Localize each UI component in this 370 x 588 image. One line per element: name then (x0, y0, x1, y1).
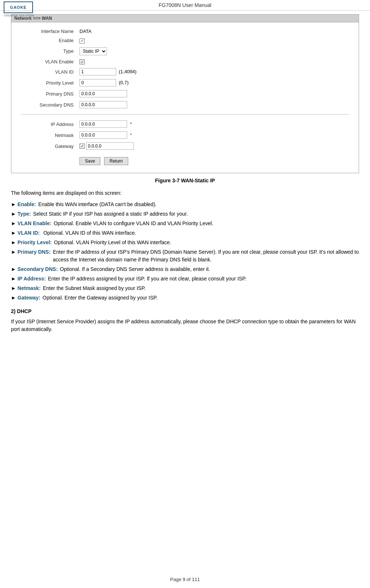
list-item: ► IP Address: Enter the IP address assig… (11, 275, 359, 283)
table-row: Enable ✓ (19, 36, 351, 45)
arrow-icon: ► (11, 239, 16, 246)
logo-area: GAOKE CREATIVE SOLUTION (4, 1, 34, 17)
return-button[interactable]: Return (104, 157, 128, 165)
value-ip-address: * (77, 119, 351, 130)
arrow-icon: ► (11, 248, 16, 256)
item-key-netmask: Netmask: (18, 284, 41, 292)
vlan-id-hint: (1,4094) (118, 69, 137, 74)
arrow-icon: ► (11, 294, 16, 302)
section2-text: If your ISP (Internet Service Provider) … (11, 318, 359, 333)
intro-text: The following items are displayed on thi… (11, 189, 359, 197)
gateway-checkbox[interactable]: ✓ (79, 144, 85, 149)
table-row: VLAN Enable ✓ (19, 57, 351, 67)
spacer-row (19, 152, 351, 155)
priority-level-hint: (0,7) (118, 80, 129, 85)
vlan-enable-checkbox[interactable]: ✓ (79, 59, 85, 64)
label-vlan-enable: VLAN Enable (19, 57, 77, 67)
secondary-dns-input[interactable] (79, 101, 127, 108)
item-val-netmask: Enter the Subnet Mask assigned by your I… (43, 284, 359, 292)
list-item: ► Gateway: Optional. Enter the Gateway a… (11, 294, 359, 302)
button-cell: Save Return (77, 155, 351, 167)
value-netmask: * (77, 130, 351, 141)
item-val-type: Select Static IP if your ISP has assigne… (33, 210, 359, 218)
vlan-id-input[interactable] (79, 68, 116, 75)
table-row: Priority Level (0,7) (19, 77, 351, 88)
list-item: ► Enable: Enable this WAN interface (DAT… (11, 201, 359, 208)
table-row: IP Address * (19, 119, 351, 130)
item-key-enable: Enable: (18, 201, 36, 208)
value-priority-level: (0,7) (77, 77, 351, 88)
value-vlan-id: (1,4094) (77, 66, 351, 77)
section2-heading: 2) DHCP (11, 308, 359, 314)
item-key-vlan-enable: VLAN Enable: (18, 220, 52, 227)
value-vlan-enable: ✓ (77, 57, 351, 67)
logo-subtitle: CREATIVE SOLUTION (4, 14, 34, 17)
ip-address-input[interactable] (79, 120, 127, 128)
label-gateway: Gateway (19, 141, 77, 152)
arrow-icon: ► (11, 265, 16, 273)
table-row: VLAN ID (1,4094) (19, 66, 351, 77)
document-title: FG7008N User Manual (159, 2, 211, 8)
type-dropdown[interactable]: Static IP DHCP PPPoE (79, 47, 107, 55)
items-list: ► Enable: Enable this WAN interface (DAT… (11, 201, 359, 302)
label-secondary-dns: Secondary DNS (19, 99, 77, 110)
interface-name-value: DATA (79, 29, 92, 34)
table-row: Primary DNS (19, 88, 351, 99)
ip-required-star: * (130, 121, 132, 127)
item-key-gateway: Gateway: (18, 294, 40, 302)
table-row: Interface Name DATA (19, 27, 351, 36)
separator-row (19, 110, 351, 119)
item-val-gateway: Optional. Enter the Gateway assigned by … (42, 294, 359, 302)
label-priority-level: Priority Level (19, 77, 77, 88)
save-button[interactable]: Save (79, 157, 100, 165)
panel-titlebar: Network ==> WAN (11, 15, 359, 22)
arrow-icon: ► (11, 229, 16, 237)
logo-box: GAOKE (4, 1, 33, 13)
button-label-cell (19, 155, 77, 167)
item-val-vlan-enable: Optional. Enable VLAN to configure VLAN … (53, 220, 359, 227)
item-val-ip-address: Enter the IP address assigned by your IS… (48, 275, 359, 283)
value-type: Static IP DHCP PPPoE (77, 45, 351, 57)
item-key-vlan-id: VLAN ID: (18, 229, 40, 237)
arrow-icon: ► (11, 220, 16, 227)
netmask-input[interactable] (79, 131, 127, 139)
label-interface-name: Interface Name (19, 27, 77, 36)
table-row: Gateway ✓ (19, 141, 351, 152)
list-item: ► Type: Select Static IP if your ISP has… (11, 210, 359, 218)
item-val-priority-level: Optional. VLAN Priority Level of this WA… (54, 239, 359, 246)
item-key-primary-dns: Primary DNS: (18, 248, 51, 256)
table-row: Secondary DNS (19, 99, 351, 110)
form-table: Interface Name DATA Enable ✓ T (19, 27, 351, 167)
wan-panel: Network ==> WAN Interface Name DATA Enab… (11, 14, 359, 173)
figure-caption: Figure 3-7 WAN-Static IP (11, 178, 359, 183)
value-interface-name: DATA (77, 27, 351, 36)
item-key-type: Type: (18, 210, 31, 218)
item-key-ip-address: IP Address: (18, 275, 46, 283)
table-row: Netmask * (19, 130, 351, 141)
priority-level-input[interactable] (79, 79, 116, 86)
list-item: ► Priority Level: Optional. VLAN Priorit… (11, 239, 359, 246)
arrow-icon: ► (11, 284, 16, 292)
value-primary-dns (77, 88, 351, 99)
enable-checkbox[interactable]: ✓ (79, 38, 85, 44)
value-enable: ✓ (77, 36, 351, 45)
label-ip-address: IP Address (19, 119, 77, 130)
value-gateway: ✓ (77, 141, 351, 152)
label-vlan-id: VLAN ID (19, 66, 77, 77)
item-val-enable: Enable this WAN interface (DATA can't be… (38, 201, 359, 208)
value-secondary-dns (77, 99, 351, 110)
gateway-input[interactable] (86, 142, 134, 150)
button-row: Save Return (19, 155, 351, 167)
item-val-secondary-dns: Optional. If a Secondary DNS Server addr… (60, 265, 359, 273)
item-key-priority-level: Priority Level: (18, 239, 52, 246)
page-header: GAOKE CREATIVE SOLUTION FG7008N User Man… (0, 0, 370, 11)
item-val-vlan-id: Optional. VLAN ID of this WAN interface. (42, 229, 359, 237)
primary-dns-input[interactable] (79, 90, 127, 97)
list-item: ► VLAN ID: Optional. VLAN ID of this WAN… (11, 229, 359, 237)
logo-text: GAOKE (10, 5, 26, 10)
arrow-icon: ► (11, 210, 16, 218)
item-key-secondary-dns: Secondary DNS: (18, 265, 58, 273)
label-enable: Enable (19, 36, 77, 45)
list-item: ► Secondary DNS: Optional. If a Secondar… (11, 265, 359, 273)
list-item: ► Primary DNS: Enter the IP address of y… (11, 248, 359, 264)
